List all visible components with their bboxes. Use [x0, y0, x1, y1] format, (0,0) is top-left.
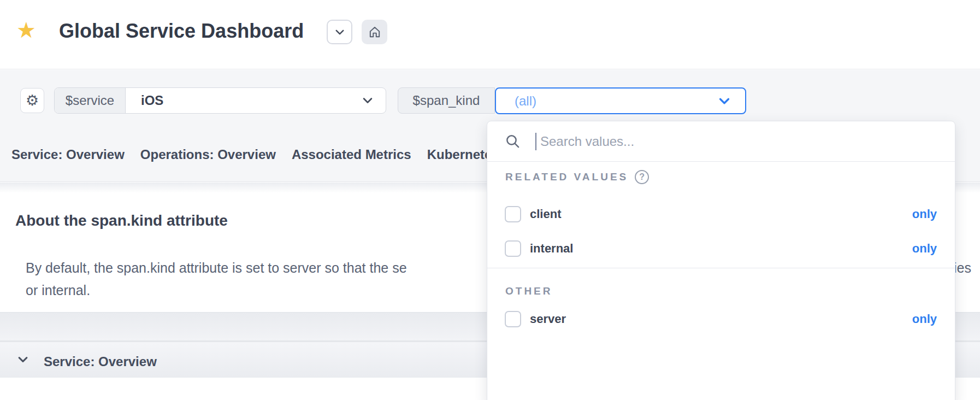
value-dropdown-panel: Search values... RELATED VALUES ? client… [487, 121, 955, 400]
note-body-line2: or internal. [26, 281, 90, 299]
favorite-star-icon[interactable]: ★ [16, 18, 36, 42]
search-input[interactable]: Search values... [487, 121, 955, 161]
collapse-chevron-icon[interactable] [17, 354, 29, 366]
search-icon [505, 134, 521, 149]
tab-operations-overview[interactable]: Operations: Overview [140, 145, 276, 164]
note-heading: About the span.kind attribute [15, 211, 228, 230]
checkbox-client[interactable] [505, 206, 521, 222]
service-variable-control: $service iOS [54, 87, 386, 114]
span-kind-variable-value: (all) [515, 93, 536, 109]
search-placeholder: Search values... [540, 134, 634, 149]
value-row-client[interactable]: client only [505, 203, 937, 225]
dashboard-menu-button[interactable] [327, 20, 352, 44]
checkbox-internal[interactable] [505, 240, 521, 257]
panel-divider [487, 161, 955, 162]
chevron-down-icon [362, 95, 374, 107]
chevron-down-icon [718, 95, 731, 108]
home-icon [368, 26, 381, 39]
note-body-line1: By default, the span.kind attribute is s… [26, 258, 407, 277]
dashboard-tabs: Service: Overview Operations: Overview A… [11, 145, 499, 164]
value-label: internal [530, 242, 573, 256]
panel-divider [487, 268, 955, 268]
related-values-header: RELATED VALUES ? [505, 170, 649, 184]
page-title: Global Service Dashboard [59, 19, 304, 44]
text-caret [535, 133, 536, 150]
only-link-client[interactable]: only [912, 207, 937, 221]
value-row-internal[interactable]: internal only [505, 238, 937, 260]
other-label: OTHER [505, 285, 553, 297]
related-values-label: RELATED VALUES [505, 171, 628, 183]
chevron-down-icon [334, 27, 345, 38]
service-variable-value: iOS [141, 93, 163, 108]
collapsed-section-title[interactable]: Service: Overview [44, 352, 157, 371]
note-body-line1-tail: ies [954, 258, 971, 277]
checkbox-server[interactable] [505, 311, 521, 327]
template-variables-settings-button[interactable]: ⚙ [20, 88, 44, 113]
span-kind-variable-select[interactable]: (all) [495, 87, 746, 114]
value-label: client [530, 207, 561, 221]
home-button[interactable] [362, 20, 387, 44]
help-icon[interactable]: ? [635, 170, 649, 184]
gear-icon: ⚙ [26, 92, 39, 109]
tab-service-overview[interactable]: Service: Overview [11, 145, 125, 164]
span-kind-variable-label: $span_kind [398, 87, 495, 114]
value-label: server [530, 312, 566, 326]
service-variable-select[interactable]: iOS [126, 88, 386, 113]
value-row-server[interactable]: server only [505, 308, 937, 330]
other-header: OTHER [505, 285, 553, 297]
tab-associated-metrics[interactable]: Associated Metrics [292, 145, 411, 164]
service-variable-label: $service [55, 88, 126, 113]
only-link-server[interactable]: only [912, 312, 937, 326]
only-link-internal[interactable]: only [912, 242, 937, 256]
